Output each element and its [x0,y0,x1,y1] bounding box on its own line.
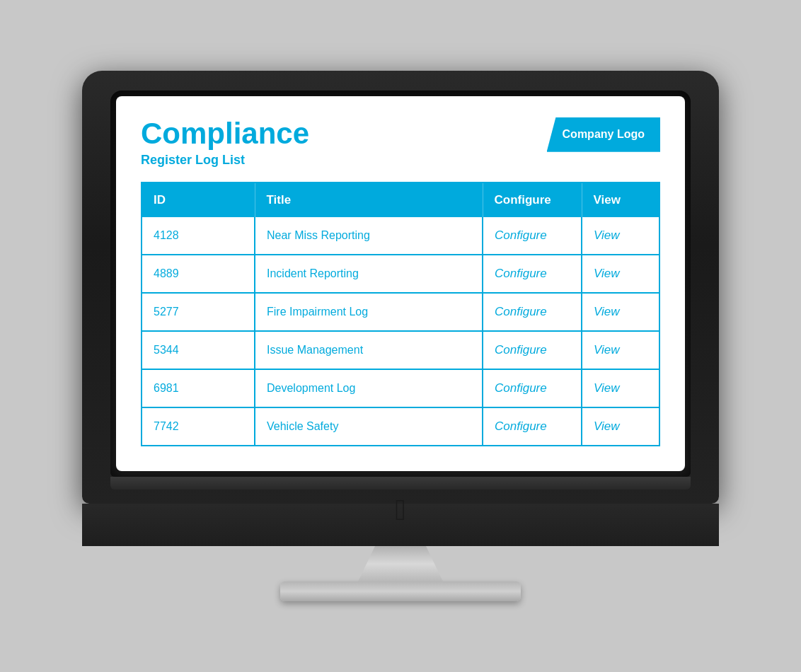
cell-view[interactable]: View [582,293,659,331]
cell-id: 4889 [142,255,255,293]
cell-id: 7742 [142,407,255,446]
header-row: Compliance Register Log List Company Log… [141,117,660,168]
table-row: 7742Vehicle SafetyConfigureView [142,407,659,446]
cell-configure[interactable]: Configure [483,255,582,293]
cell-configure[interactable]: Configure [483,407,582,446]
cell-view[interactable]: View [582,331,659,369]
column-header-id: ID [142,183,255,217]
table-row: 4128Near Miss ReportingConfigureView [142,217,659,255]
column-header-view: View [582,183,659,217]
table-row: 5277Fire Impairment LogConfigureView [142,293,659,331]
cell-view[interactable]: View [582,217,659,255]
cell-title: Near Miss Reporting [255,217,483,255]
cell-view[interactable]: View [582,369,659,407]
monitor-outer: Compliance Register Log List Company Log… [82,71,719,504]
monitor-neck [358,546,443,581]
app-title: Compliance [141,117,309,150]
monitor-base [280,581,521,601]
sub-title: Register Log List [141,153,309,168]
column-header-title: Title [255,183,483,217]
cell-title: Issue Management [255,331,483,369]
table-row: 5344Issue ManagementConfigureView [142,331,659,369]
table-row: 4889Incident ReportingConfigureView [142,255,659,293]
column-header-configure: Configure [483,183,582,217]
company-logo-badge: Company Logo [547,117,660,152]
monitor-wrapper: Compliance Register Log List Company Log… [82,71,719,601]
monitor-apple-section:  [82,504,719,546]
monitor-bezel: Compliance Register Log List Company Log… [110,91,691,477]
cell-id: 4128 [142,217,255,255]
monitor-bottom-bar [110,477,691,489]
cell-configure[interactable]: Configure [483,331,582,369]
apple-logo-icon:  [395,495,405,525]
table-header-row: ID Title Configure View [142,183,659,217]
cell-title: Development Log [255,369,483,407]
cell-view[interactable]: View [582,255,659,293]
cell-id: 5277 [142,293,255,331]
cell-view[interactable]: View [582,407,659,446]
screen: Compliance Register Log List Company Log… [116,96,685,471]
register-table: ID Title Configure View 4128Near Miss Re… [141,182,660,446]
cell-configure[interactable]: Configure [483,369,582,407]
cell-title: Vehicle Safety [255,407,483,446]
cell-id: 6981 [142,369,255,407]
cell-id: 5344 [142,331,255,369]
table-row: 6981Development LogConfigureView [142,369,659,407]
cell-title: Fire Impairment Log [255,293,483,331]
cell-title: Incident Reporting [255,255,483,293]
cell-configure[interactable]: Configure [483,293,582,331]
cell-configure[interactable]: Configure [483,217,582,255]
title-block: Compliance Register Log List [141,117,309,168]
